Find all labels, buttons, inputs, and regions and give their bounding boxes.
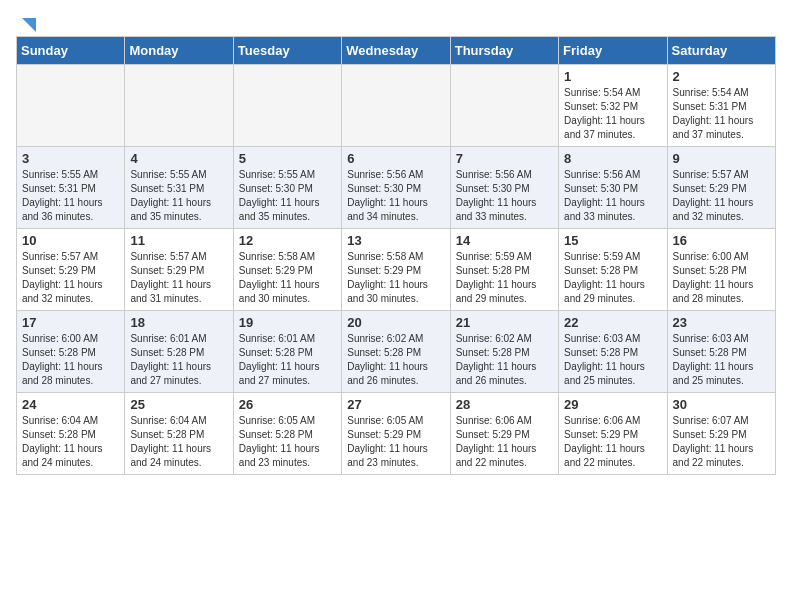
calendar-week-row: 24Sunrise: 6:04 AM Sunset: 5:28 PM Dayli… [17,393,776,475]
day-info: Sunrise: 5:59 AM Sunset: 5:28 PM Dayligh… [564,250,661,306]
calendar-cell: 24Sunrise: 6:04 AM Sunset: 5:28 PM Dayli… [17,393,125,475]
calendar-cell: 5Sunrise: 5:55 AM Sunset: 5:30 PM Daylig… [233,147,341,229]
day-number: 4 [130,151,227,166]
svg-marker-0 [22,18,36,32]
calendar-cell [125,65,233,147]
day-info: Sunrise: 6:04 AM Sunset: 5:28 PM Dayligh… [130,414,227,470]
day-info: Sunrise: 6:01 AM Sunset: 5:28 PM Dayligh… [239,332,336,388]
day-number: 3 [22,151,119,166]
calendar-cell: 27Sunrise: 6:05 AM Sunset: 5:29 PM Dayli… [342,393,450,475]
weekday-header-wednesday: Wednesday [342,37,450,65]
calendar-cell: 30Sunrise: 6:07 AM Sunset: 5:29 PM Dayli… [667,393,775,475]
day-number: 13 [347,233,444,248]
calendar-cell: 9Sunrise: 5:57 AM Sunset: 5:29 PM Daylig… [667,147,775,229]
calendar-table: SundayMondayTuesdayWednesdayThursdayFrid… [16,36,776,475]
calendar-cell [233,65,341,147]
weekday-header-saturday: Saturday [667,37,775,65]
calendar-cell: 8Sunrise: 5:56 AM Sunset: 5:30 PM Daylig… [559,147,667,229]
day-info: Sunrise: 5:58 AM Sunset: 5:29 PM Dayligh… [239,250,336,306]
logo [16,16,36,28]
day-info: Sunrise: 6:01 AM Sunset: 5:28 PM Dayligh… [130,332,227,388]
logo-triangle-icon [18,16,36,34]
calendar-cell: 4Sunrise: 5:55 AM Sunset: 5:31 PM Daylig… [125,147,233,229]
calendar-cell: 1Sunrise: 5:54 AM Sunset: 5:32 PM Daylig… [559,65,667,147]
day-info: Sunrise: 5:59 AM Sunset: 5:28 PM Dayligh… [456,250,553,306]
day-info: Sunrise: 6:06 AM Sunset: 5:29 PM Dayligh… [564,414,661,470]
day-info: Sunrise: 5:57 AM Sunset: 5:29 PM Dayligh… [673,168,770,224]
calendar-cell: 10Sunrise: 5:57 AM Sunset: 5:29 PM Dayli… [17,229,125,311]
day-number: 30 [673,397,770,412]
day-info: Sunrise: 6:03 AM Sunset: 5:28 PM Dayligh… [673,332,770,388]
day-info: Sunrise: 6:04 AM Sunset: 5:28 PM Dayligh… [22,414,119,470]
day-number: 28 [456,397,553,412]
day-info: Sunrise: 5:57 AM Sunset: 5:29 PM Dayligh… [22,250,119,306]
weekday-header-sunday: Sunday [17,37,125,65]
weekday-header-tuesday: Tuesday [233,37,341,65]
day-info: Sunrise: 5:55 AM Sunset: 5:31 PM Dayligh… [130,168,227,224]
day-info: Sunrise: 5:56 AM Sunset: 5:30 PM Dayligh… [347,168,444,224]
day-info: Sunrise: 6:02 AM Sunset: 5:28 PM Dayligh… [456,332,553,388]
calendar-cell: 15Sunrise: 5:59 AM Sunset: 5:28 PM Dayli… [559,229,667,311]
calendar-cell: 22Sunrise: 6:03 AM Sunset: 5:28 PM Dayli… [559,311,667,393]
day-number: 6 [347,151,444,166]
calendar-cell: 11Sunrise: 5:57 AM Sunset: 5:29 PM Dayli… [125,229,233,311]
day-info: Sunrise: 5:56 AM Sunset: 5:30 PM Dayligh… [564,168,661,224]
calendar-week-row: 17Sunrise: 6:00 AM Sunset: 5:28 PM Dayli… [17,311,776,393]
day-number: 23 [673,315,770,330]
day-number: 29 [564,397,661,412]
calendar-cell: 3Sunrise: 5:55 AM Sunset: 5:31 PM Daylig… [17,147,125,229]
day-info: Sunrise: 5:54 AM Sunset: 5:31 PM Dayligh… [673,86,770,142]
day-number: 18 [130,315,227,330]
day-info: Sunrise: 5:55 AM Sunset: 5:31 PM Dayligh… [22,168,119,224]
day-number: 1 [564,69,661,84]
day-number: 7 [456,151,553,166]
calendar-cell: 23Sunrise: 6:03 AM Sunset: 5:28 PM Dayli… [667,311,775,393]
calendar-cell: 18Sunrise: 6:01 AM Sunset: 5:28 PM Dayli… [125,311,233,393]
calendar-cell: 29Sunrise: 6:06 AM Sunset: 5:29 PM Dayli… [559,393,667,475]
day-number: 24 [22,397,119,412]
day-info: Sunrise: 6:06 AM Sunset: 5:29 PM Dayligh… [456,414,553,470]
weekday-header-thursday: Thursday [450,37,558,65]
day-info: Sunrise: 5:54 AM Sunset: 5:32 PM Dayligh… [564,86,661,142]
calendar-week-row: 3Sunrise: 5:55 AM Sunset: 5:31 PM Daylig… [17,147,776,229]
day-info: Sunrise: 6:00 AM Sunset: 5:28 PM Dayligh… [673,250,770,306]
day-number: 14 [456,233,553,248]
calendar-week-row: 10Sunrise: 5:57 AM Sunset: 5:29 PM Dayli… [17,229,776,311]
day-number: 10 [22,233,119,248]
day-number: 9 [673,151,770,166]
calendar-cell: 28Sunrise: 6:06 AM Sunset: 5:29 PM Dayli… [450,393,558,475]
calendar-week-row: 1Sunrise: 5:54 AM Sunset: 5:32 PM Daylig… [17,65,776,147]
calendar-cell: 26Sunrise: 6:05 AM Sunset: 5:28 PM Dayli… [233,393,341,475]
day-info: Sunrise: 6:02 AM Sunset: 5:28 PM Dayligh… [347,332,444,388]
calendar-cell: 7Sunrise: 5:56 AM Sunset: 5:30 PM Daylig… [450,147,558,229]
calendar-cell: 25Sunrise: 6:04 AM Sunset: 5:28 PM Dayli… [125,393,233,475]
day-number: 8 [564,151,661,166]
calendar-cell: 21Sunrise: 6:02 AM Sunset: 5:28 PM Dayli… [450,311,558,393]
day-info: Sunrise: 5:56 AM Sunset: 5:30 PM Dayligh… [456,168,553,224]
day-number: 19 [239,315,336,330]
calendar-cell: 12Sunrise: 5:58 AM Sunset: 5:29 PM Dayli… [233,229,341,311]
day-number: 11 [130,233,227,248]
day-number: 15 [564,233,661,248]
calendar-cell: 19Sunrise: 6:01 AM Sunset: 5:28 PM Dayli… [233,311,341,393]
day-info: Sunrise: 5:55 AM Sunset: 5:30 PM Dayligh… [239,168,336,224]
calendar-cell: 13Sunrise: 5:58 AM Sunset: 5:29 PM Dayli… [342,229,450,311]
day-number: 2 [673,69,770,84]
day-number: 17 [22,315,119,330]
day-number: 12 [239,233,336,248]
day-number: 26 [239,397,336,412]
day-number: 20 [347,315,444,330]
day-number: 25 [130,397,227,412]
calendar-cell: 14Sunrise: 5:59 AM Sunset: 5:28 PM Dayli… [450,229,558,311]
day-number: 21 [456,315,553,330]
day-info: Sunrise: 6:05 AM Sunset: 5:28 PM Dayligh… [239,414,336,470]
day-info: Sunrise: 5:58 AM Sunset: 5:29 PM Dayligh… [347,250,444,306]
day-number: 16 [673,233,770,248]
day-number: 27 [347,397,444,412]
day-info: Sunrise: 6:07 AM Sunset: 5:29 PM Dayligh… [673,414,770,470]
calendar-cell: 16Sunrise: 6:00 AM Sunset: 5:28 PM Dayli… [667,229,775,311]
calendar-cell [450,65,558,147]
calendar-cell: 2Sunrise: 5:54 AM Sunset: 5:31 PM Daylig… [667,65,775,147]
day-number: 22 [564,315,661,330]
day-info: Sunrise: 5:57 AM Sunset: 5:29 PM Dayligh… [130,250,227,306]
